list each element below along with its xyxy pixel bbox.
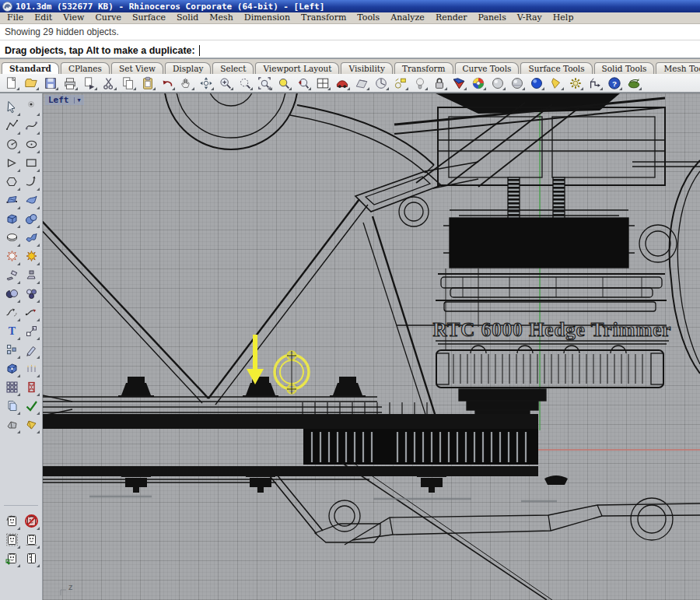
- tool-explode-button[interactable]: [4, 247, 20, 265]
- menu-item-solid[interactable]: Solid: [171, 12, 204, 23]
- tool-polyline-button[interactable]: [4, 117, 20, 135]
- zoom-in-button[interactable]: [216, 75, 234, 91]
- tab-standard[interactable]: Standard: [2, 62, 59, 74]
- tool-text-button[interactable]: T: [4, 322, 20, 340]
- rotate-view-button[interactable]: [197, 75, 215, 91]
- menu-item-file[interactable]: File: [2, 12, 29, 23]
- tool-surface-cp-button[interactable]: [4, 191, 20, 209]
- copy-button[interactable]: [119, 75, 137, 91]
- tab-surface-tools[interactable]: Surface Tools: [520, 62, 592, 74]
- tool-boolean-union-button[interactable]: [4, 285, 20, 303]
- paste-button[interactable]: [138, 75, 156, 91]
- undo-button[interactable]: [158, 75, 176, 91]
- tool-arc-button[interactable]: [4, 154, 20, 172]
- menu-item-panels[interactable]: Panels: [473, 12, 512, 23]
- viewport-title-dropdown[interactable]: Left ▼: [45, 95, 84, 105]
- menu-item-transform[interactable]: Transform: [296, 12, 352, 23]
- menu-item-curve[interactable]: Curve: [89, 12, 126, 23]
- annotate-shapes-button[interactable]: [391, 75, 409, 91]
- tool-blend-curve-button[interactable]: [4, 304, 20, 321]
- tool-pointer-button[interactable]: [4, 98, 20, 116]
- tool-move-scale-button[interactable]: [23, 322, 40, 340]
- cut-button[interactable]: [100, 75, 117, 91]
- tool-frame-button[interactable]: [23, 378, 40, 396]
- tab-select[interactable]: Select: [212, 62, 254, 74]
- tab-viewport-layout[interactable]: Viewport Layout: [255, 62, 339, 74]
- vis-show-objects-button[interactable]: [4, 512, 20, 530]
- save-file-button[interactable]: [41, 75, 59, 91]
- render-sphere-2-button[interactable]: [508, 75, 526, 91]
- tool-interp-curve-button[interactable]: [23, 117, 40, 135]
- tool-circle-button[interactable]: [4, 135, 20, 153]
- display-mode-button[interactable]: [333, 75, 351, 91]
- help-button[interactable]: ?: [605, 75, 623, 91]
- tab-display[interactable]: Display: [165, 62, 211, 74]
- menu-item-view[interactable]: View: [58, 12, 89, 23]
- zoom-previous-button[interactable]: [294, 75, 312, 91]
- tab-transform[interactable]: Transform: [394, 62, 453, 74]
- tool-applicator-button[interactable]: [23, 341, 40, 359]
- tool-sphere-button[interactable]: [23, 210, 40, 228]
- lights-button[interactable]: [411, 75, 429, 91]
- tab-set-view[interactable]: Set View: [111, 62, 163, 74]
- menu-item-render[interactable]: Render: [430, 12, 473, 23]
- tab-solid-tools[interactable]: Solid Tools: [594, 62, 655, 74]
- tool-group-button[interactable]: [4, 397, 20, 415]
- menu-item-surface[interactable]: Surface: [127, 12, 171, 23]
- render-blue-button[interactable]: [527, 75, 545, 91]
- options-gear-button[interactable]: [566, 75, 584, 91]
- command-prompt[interactable]: Drag objects, tap Alt to make a duplicat…: [0, 40, 700, 59]
- menu-item-v-ray[interactable]: V-Ray: [512, 12, 548, 23]
- tool-wedge-button[interactable]: [4, 416, 20, 433]
- color-wheel-button[interactable]: [469, 75, 487, 91]
- make2d-button[interactable]: [586, 75, 604, 91]
- cplane-button[interactable]: [372, 75, 390, 91]
- tool-chamfer-button[interactable]: [23, 266, 40, 284]
- zoom-dynamic-button[interactable]: [236, 75, 254, 91]
- tool-blocks-button[interactable]: [4, 341, 20, 359]
- render-sphere-button[interactable]: [488, 75, 506, 91]
- named-views-button[interactable]: [352, 75, 370, 91]
- menu-item-mesh[interactable]: Mesh: [204, 12, 239, 23]
- zoom-selected-button[interactable]: [275, 75, 292, 91]
- menu-item-tools[interactable]: Tools: [352, 12, 385, 23]
- vray-button[interactable]: [450, 75, 467, 91]
- tool-solid-edit-button[interactable]: [4, 360, 20, 377]
- tool-boolean-split-button[interactable]: [23, 285, 40, 303]
- tool-fillet-button[interactable]: [4, 266, 20, 284]
- print-button[interactable]: [61, 75, 79, 91]
- lock-button[interactable]: [430, 75, 448, 91]
- cone-tool-button[interactable]: [547, 75, 565, 91]
- tab-mesh-tools[interactable]: Mesh Tools: [656, 62, 700, 74]
- tool-rectangle-button[interactable]: [23, 154, 40, 172]
- tool-freeform-curve-button[interactable]: [23, 173, 40, 191]
- menu-item-help[interactable]: Help: [548, 12, 579, 23]
- vis-hide-swap-button[interactable]: [23, 549, 40, 567]
- tool-ellipse-button[interactable]: [23, 135, 40, 153]
- tool-check-button[interactable]: [23, 397, 40, 415]
- vis-isolate-button[interactable]: [4, 531, 20, 549]
- tool-torus-button[interactable]: [4, 229, 20, 247]
- menu-item-edit[interactable]: Edit: [29, 12, 58, 23]
- tab-visibility[interactable]: Visibility: [341, 62, 392, 74]
- menu-item-analyze[interactable]: Analyze: [385, 12, 430, 23]
- tab-curve-tools[interactable]: Curve Tools: [455, 62, 520, 74]
- tool-surface-wavy-button[interactable]: [23, 229, 40, 247]
- tool-array-button[interactable]: [4, 378, 20, 396]
- viewport-canvas[interactable]: RTC 6000 Hedge Trimmer: [43, 93, 700, 600]
- tool-cone-button[interactable]: [23, 416, 40, 433]
- open-file-button[interactable]: [22, 75, 40, 91]
- grasshopper-button[interactable]: [625, 75, 642, 91]
- tool-adjust-blend-button[interactable]: [23, 304, 40, 321]
- vis-show-selected-button[interactable]: [4, 549, 20, 567]
- tool-lights-button[interactable]: [23, 360, 40, 377]
- tab-cplanes[interactable]: CPlanes: [61, 62, 110, 74]
- vis-unisolate-button[interactable]: [23, 531, 40, 549]
- vis-hide-objects-button[interactable]: [23, 512, 40, 530]
- zoom-extents-button[interactable]: [255, 75, 273, 91]
- tool-polygon-button[interactable]: [4, 173, 20, 191]
- copy-page-button[interactable]: [80, 75, 98, 91]
- new-file-button[interactable]: [2, 75, 20, 91]
- tool-point-button[interactable]: [23, 98, 40, 116]
- viewport-left[interactable]: Left ▼: [43, 93, 700, 600]
